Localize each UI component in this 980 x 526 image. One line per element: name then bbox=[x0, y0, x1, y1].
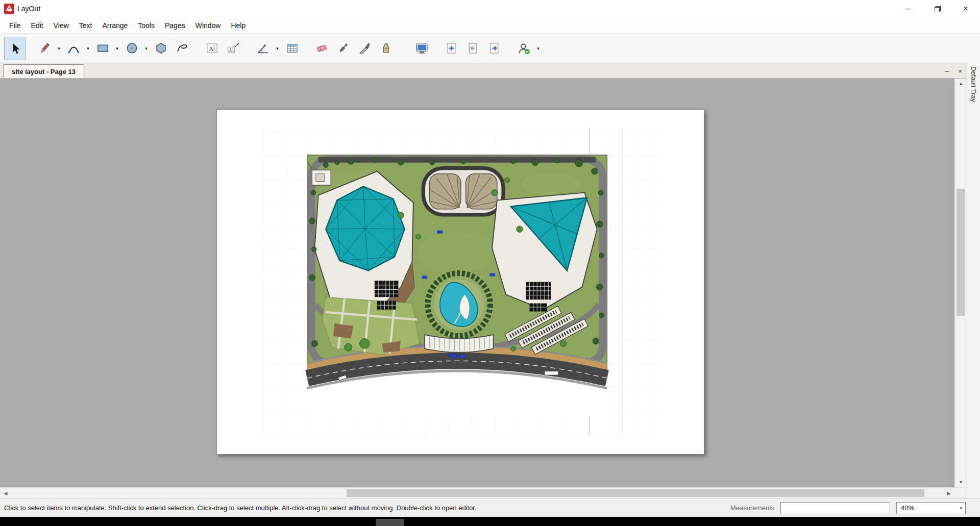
polygon-tool[interactable] bbox=[150, 37, 172, 60]
arc-icon bbox=[67, 41, 81, 55]
zoom-select[interactable]: 40% ▾ bbox=[896, 502, 966, 514]
horizontal-scrollbar-thumb[interactable] bbox=[347, 489, 924, 497]
taskbar-item[interactable] bbox=[376, 519, 404, 526]
menu-help[interactable]: Help bbox=[226, 19, 251, 32]
caret-down-icon: ▾ bbox=[537, 46, 540, 51]
scroll-up-button[interactable]: ▲ bbox=[955, 79, 967, 89]
scroll-down-button[interactable]: ▼ bbox=[955, 477, 967, 487]
menu-text[interactable]: Text bbox=[74, 19, 97, 32]
tabbar-minimize-button[interactable]: – bbox=[942, 66, 951, 76]
svg-text:A1: A1 bbox=[229, 47, 234, 53]
next-page-button[interactable] bbox=[483, 37, 505, 60]
eraser-tool[interactable] bbox=[311, 37, 332, 60]
previous-page-icon bbox=[466, 41, 480, 55]
measurements-input[interactable] bbox=[780, 502, 890, 514]
menu-bar: File Edit View Text Arrange Tools Pages … bbox=[0, 17, 980, 34]
scroll-down-icon: ▼ bbox=[959, 480, 963, 485]
sign-in-dropdown[interactable]: ▾ bbox=[534, 37, 542, 60]
left-building bbox=[314, 171, 414, 317]
account-avatar-icon bbox=[517, 41, 531, 55]
measurements-label: Measurements bbox=[730, 504, 774, 512]
vertical-scrollbar[interactable]: ▲ ▼ bbox=[954, 79, 967, 487]
scroll-left-icon: ◀ bbox=[4, 491, 8, 496]
page-content[interactable] bbox=[217, 110, 704, 454]
circle-tool-dropdown[interactable]: ▾ bbox=[142, 37, 150, 60]
start-presentation-tool[interactable] bbox=[411, 37, 432, 60]
circle-tool[interactable] bbox=[121, 37, 142, 60]
rectangle-tool-dropdown[interactable]: ▾ bbox=[113, 37, 121, 60]
freehand-tool[interactable] bbox=[172, 37, 193, 60]
knife-icon bbox=[358, 41, 372, 55]
arc-tool-dropdown[interactable]: ▾ bbox=[84, 37, 92, 60]
minimize-button[interactable]: – bbox=[894, 0, 923, 17]
table-icon bbox=[285, 41, 299, 55]
menu-pages[interactable]: Pages bbox=[160, 19, 190, 32]
select-tool[interactable] bbox=[4, 37, 26, 60]
scrollbar-corner bbox=[954, 488, 967, 498]
text-tool[interactable]: A bbox=[201, 37, 223, 60]
menu-file[interactable]: File bbox=[4, 19, 26, 32]
curved-boulevard bbox=[307, 346, 607, 417]
scroll-left-button[interactable]: ◀ bbox=[0, 488, 11, 498]
tabbar-minimize-icon: – bbox=[945, 67, 948, 75]
scroll-right-icon: ▶ bbox=[947, 491, 951, 496]
status-hint-text: Click to select items to manipulate. Shi… bbox=[4, 504, 724, 512]
menu-arrange[interactable]: Arrange bbox=[97, 19, 133, 32]
rectangle-icon bbox=[96, 41, 110, 55]
default-tray-toggle[interactable]: Default Tray bbox=[967, 63, 980, 498]
menu-tools[interactable]: Tools bbox=[133, 19, 160, 32]
label-tool[interactable]: A1 bbox=[223, 37, 244, 60]
split-tool[interactable] bbox=[354, 37, 375, 60]
tabbar-close-icon: × bbox=[958, 67, 962, 75]
site-plan-drawing[interactable] bbox=[307, 155, 607, 417]
restore-icon bbox=[935, 6, 940, 12]
scroll-up-icon: ▲ bbox=[959, 81, 963, 86]
tabbar-close-button[interactable]: × bbox=[955, 66, 965, 76]
presentation-monitor-icon bbox=[415, 41, 429, 55]
line-tool-dropdown[interactable]: ▾ bbox=[55, 37, 63, 60]
dimension-tool[interactable] bbox=[252, 37, 274, 60]
caret-down-icon: ▾ bbox=[58, 46, 60, 51]
dimension-tool-dropdown[interactable]: ▾ bbox=[274, 37, 281, 60]
freehand-icon bbox=[176, 41, 189, 55]
previous-page-button[interactable] bbox=[462, 37, 483, 60]
line-tool[interactable] bbox=[34, 37, 55, 60]
close-button[interactable]: × bbox=[951, 0, 980, 17]
dimension-icon bbox=[256, 41, 270, 55]
circle-icon bbox=[125, 41, 139, 55]
horizontal-scrollbar-track[interactable] bbox=[11, 488, 943, 498]
join-tool[interactable] bbox=[375, 37, 397, 60]
document-tab-label: site layout - Page 13 bbox=[12, 68, 76, 76]
glue-bottle-icon bbox=[379, 41, 393, 55]
document-tab-bar: site layout - Page 13 – × bbox=[0, 63, 967, 79]
title-bar: LayOut – × bbox=[0, 0, 980, 17]
vertical-scrollbar-thumb[interactable] bbox=[957, 189, 965, 315]
sign-in-button[interactable] bbox=[513, 37, 534, 60]
polygon-icon bbox=[154, 41, 168, 55]
rectangle-tool[interactable] bbox=[92, 37, 113, 60]
arc-tool[interactable] bbox=[63, 37, 84, 60]
select-cursor-icon bbox=[8, 41, 22, 55]
table-tool[interactable] bbox=[281, 37, 303, 60]
menu-window[interactable]: Window bbox=[190, 19, 226, 32]
add-page-button[interactable] bbox=[440, 37, 462, 60]
menu-edit[interactable]: Edit bbox=[26, 19, 48, 32]
caret-down-icon: ▾ bbox=[87, 46, 89, 51]
document-tab[interactable]: site layout - Page 13 bbox=[3, 64, 84, 78]
menu-view[interactable]: View bbox=[48, 19, 74, 32]
text-icon: A bbox=[205, 41, 219, 55]
scroll-right-button[interactable]: ▶ bbox=[943, 488, 954, 498]
paper-sheet[interactable] bbox=[216, 109, 704, 455]
add-page-icon bbox=[445, 41, 458, 55]
windows-taskbar-sliver bbox=[0, 517, 980, 526]
document-area: site layout - Page 13 – × bbox=[0, 63, 967, 498]
restore-button[interactable] bbox=[923, 0, 951, 17]
eraser-icon bbox=[315, 41, 329, 55]
horizontal-scrollbar[interactable]: ◀ ▶ bbox=[0, 487, 967, 498]
style-tool[interactable] bbox=[332, 37, 354, 60]
zoom-value: 40% bbox=[901, 504, 914, 512]
close-icon: × bbox=[963, 4, 968, 14]
minimize-icon: – bbox=[906, 4, 911, 14]
drawing-canvas[interactable]: ▲ ▼ bbox=[0, 79, 967, 487]
default-tray-label: Default Tray bbox=[970, 63, 977, 498]
